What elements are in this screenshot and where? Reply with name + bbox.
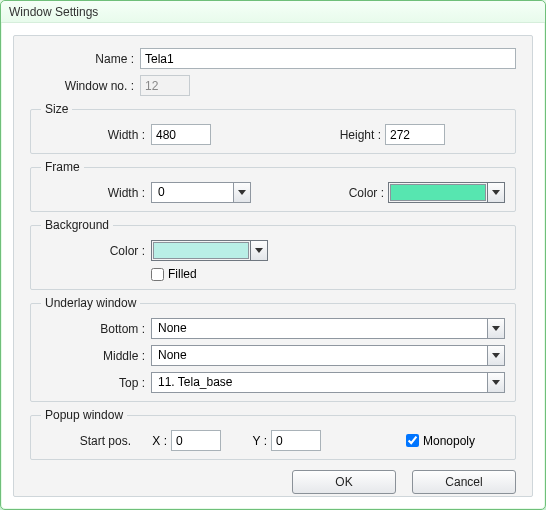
chevron-down-icon — [487, 373, 504, 392]
frame-width-select[interactable]: 0 — [151, 182, 251, 203]
size-legend: Size — [41, 102, 72, 116]
size-height-input[interactable] — [385, 124, 445, 145]
popup-y-input[interactable] — [271, 430, 321, 451]
ok-button[interactable]: OK — [292, 470, 396, 494]
size-width-input[interactable] — [151, 124, 211, 145]
popup-legend: Popup window — [41, 408, 127, 422]
underlay-middle-label: Middle : — [41, 349, 151, 363]
popup-x-label: X : — [137, 434, 171, 448]
popup-monopoly-input[interactable] — [406, 434, 419, 447]
underlay-legend: Underlay window — [41, 296, 140, 310]
frame-color-swatch — [390, 184, 486, 201]
window-title: Window Settings — [1, 1, 545, 23]
size-height-label: Height : — [329, 128, 385, 142]
background-color-swatch — [153, 242, 249, 259]
window-no-label: Window no. : — [30, 79, 140, 93]
frame-width-value: 0 — [152, 183, 233, 202]
frame-color-picker[interactable] — [388, 182, 505, 203]
content-panel: Name : Window no. : Size Width : Height … — [13, 35, 533, 497]
name-input[interactable] — [140, 48, 516, 69]
underlay-bottom-label: Bottom : — [41, 322, 151, 336]
popup-x-input[interactable] — [171, 430, 221, 451]
background-group: Background Color : Filled — [30, 218, 516, 290]
background-filled-label: Filled — [168, 267, 197, 281]
frame-group: Frame Width : 0 Color : — [30, 160, 516, 212]
background-filled-checkbox[interactable]: Filled — [151, 267, 197, 281]
popup-monopoly-checkbox[interactable]: Monopoly — [406, 434, 475, 448]
underlay-middle-select[interactable]: None — [151, 345, 505, 366]
chevron-down-icon — [487, 346, 504, 365]
frame-legend: Frame — [41, 160, 84, 174]
background-color-label: Color : — [41, 244, 151, 258]
popup-monopoly-label: Monopoly — [423, 434, 475, 448]
underlay-top-select[interactable]: 11. Tela_base — [151, 372, 505, 393]
frame-color-label: Color : — [332, 186, 388, 200]
underlay-bottom-value: None — [152, 319, 487, 338]
popup-startpos-label: Start pos. — [41, 434, 137, 448]
background-color-picker[interactable] — [151, 240, 268, 261]
underlay-top-value: 11. Tela_base — [152, 373, 487, 392]
size-width-label: Width : — [41, 128, 151, 142]
underlay-group: Underlay window Bottom : None Middle : N… — [30, 296, 516, 402]
name-label: Name : — [30, 52, 140, 66]
underlay-bottom-select[interactable]: None — [151, 318, 505, 339]
chevron-down-icon — [487, 183, 504, 202]
underlay-middle-value: None — [152, 346, 487, 365]
background-filled-input[interactable] — [151, 268, 164, 281]
chevron-down-icon — [250, 241, 267, 260]
frame-width-label: Width : — [41, 186, 151, 200]
dialog: Window Settings Name : Window no. : Size… — [0, 0, 546, 510]
popup-group: Popup window Start pos. X : Y : Monopoly — [30, 408, 516, 460]
background-legend: Background — [41, 218, 113, 232]
cancel-button[interactable]: Cancel — [412, 470, 516, 494]
chevron-down-icon — [233, 183, 250, 202]
chevron-down-icon — [487, 319, 504, 338]
window-no-input — [140, 75, 190, 96]
underlay-top-label: Top : — [41, 376, 151, 390]
size-group: Size Width : Height : — [30, 102, 516, 154]
popup-y-label: Y : — [221, 434, 271, 448]
